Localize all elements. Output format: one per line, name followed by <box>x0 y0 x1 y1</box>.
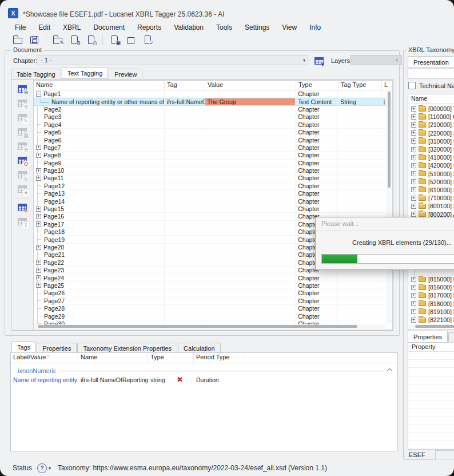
add-cell-tag-button[interactable]: ⊕ <box>15 140 30 153</box>
tab-text-tagging[interactable]: Text Tagging <box>62 67 109 79</box>
scrollbar-thumb[interactable] <box>38 325 357 328</box>
taxonomy-search-input[interactable] <box>408 69 454 78</box>
expand-toggle-icon[interactable]: + <box>411 163 416 168</box>
table-filter-button[interactable]: ▼ <box>312 53 326 68</box>
page-row[interactable]: Page12Chapter <box>34 183 386 190</box>
taxonomy-tree-header[interactable]: Name <box>408 94 454 104</box>
tab-esef[interactable]: ESEF <box>404 450 436 460</box>
menu-xbrl[interactable]: XBRL <box>57 23 87 33</box>
page-row[interactable]: Page3Chapter <box>34 113 386 121</box>
expand-toggle-icon[interactable]: + <box>36 245 41 250</box>
expand-toggle-icon[interactable]: + <box>411 106 416 112</box>
page-row[interactable]: Page2Chapter <box>34 106 386 113</box>
menu-document[interactable]: Document <box>87 23 131 33</box>
taxonomy-node[interactable]: +[817000] N <box>408 291 454 299</box>
taxonomy-node[interactable]: +[320000] St <box>408 145 454 153</box>
document-settings-button[interactable]: ⚙ <box>67 33 82 47</box>
expand-toggle-icon[interactable]: + <box>411 171 416 176</box>
column-header-name[interactable]: Name <box>78 353 148 363</box>
taxonomy-node[interactable]: +[800100] S <box>408 202 454 210</box>
column-header-period-type[interactable]: Period Type <box>194 353 245 363</box>
taxonomy-node[interactable]: +[815000] N <box>408 275 454 283</box>
page-row[interactable]: Page6Chapter <box>34 136 386 144</box>
expand-toggle-icon[interactable]: + <box>411 212 416 217</box>
export-document-button[interactable]: ▣ <box>107 33 122 47</box>
page-row[interactable]: +Page11Chapter <box>34 174 386 182</box>
taxonomy-node[interactable]: +[210000] St <box>408 121 454 129</box>
layers-select[interactable]: ▾ <box>351 55 402 65</box>
taxonomy-node[interactable]: +[220000] St <box>408 129 454 137</box>
expand-toggle-icon[interactable]: + <box>411 130 416 136</box>
menu-view[interactable]: View <box>276 23 303 33</box>
add-table-tag-button[interactable]: ⊕ <box>15 83 30 96</box>
tab-tags[interactable]: Tags <box>11 341 36 353</box>
tab-table-tagging[interactable]: Table Tagging <box>11 69 61 80</box>
page-row[interactable]: Page14Chapter <box>34 197 386 205</box>
taxonomy-node[interactable]: +[520000] St <box>408 178 454 186</box>
taxonomy-node[interactable]: +[816000] N <box>408 283 454 291</box>
edit-tag-button[interactable]: ✎ <box>15 112 30 124</box>
open-file-button[interactable] <box>10 33 25 47</box>
page-row[interactable]: Page26Chapter <box>34 289 386 297</box>
expand-toggle-icon[interactable]: + <box>411 138 416 144</box>
taxonomy-node[interactable]: +[819100] N <box>408 308 454 316</box>
property-column-header[interactable]: Property <box>408 343 454 352</box>
expand-toggle-icon[interactable]: + <box>36 283 41 288</box>
menu-file[interactable]: File <box>9 23 32 33</box>
expand-toggle-icon[interactable]: + <box>36 221 41 227</box>
tag-detail-row[interactable]: Name of reporting entity o... ifrs-full:… <box>11 375 397 384</box>
table-layout-button[interactable]: ▦ <box>15 126 30 138</box>
expand-toggle-icon[interactable]: + <box>411 204 416 209</box>
page-row[interactable]: Page13Chapter <box>34 190 386 197</box>
tag-label-link[interactable]: Name of reporting entity o... <box>11 376 78 383</box>
taxonomy-node[interactable]: +[818000] N <box>408 300 454 308</box>
menu-info[interactable]: Info <box>303 23 327 33</box>
menu-settings[interactable]: Settings <box>238 23 276 33</box>
help-icon[interactable]: ? <box>37 463 47 473</box>
vertical-scrollbar[interactable] <box>387 90 392 324</box>
expand-toggle-icon[interactable]: + <box>411 179 416 184</box>
column-header-blank[interactable] <box>174 353 194 363</box>
taxonomy-node[interactable]: +[410000] St <box>408 153 454 161</box>
tag-row[interactable]: Name of reporting entity or other means … <box>34 98 386 105</box>
expand-toggle-icon[interactable]: + <box>36 275 41 280</box>
taxonomy-node[interactable]: +[710000] St <box>408 194 454 202</box>
expand-toggle-icon[interactable]: + <box>36 260 41 265</box>
expand-toggle-icon[interactable]: + <box>36 214 41 219</box>
page-row[interactable]: Page4Chapter <box>34 121 386 129</box>
expand-toggle-icon[interactable]: + <box>411 196 416 201</box>
row-height-button[interactable]: ⇕ <box>15 216 30 228</box>
taxonomy-node[interactable]: +[000000] Ta <box>408 105 454 113</box>
expand-toggle-icon[interactable]: + <box>36 145 41 150</box>
page-row[interactable]: +Page7Chapter <box>34 144 386 152</box>
expand-toggle-icon[interactable]: + <box>36 176 41 181</box>
taxonomy-node[interactable]: +[420000] St <box>408 161 454 169</box>
expand-toggle-icon[interactable]: + <box>411 277 416 282</box>
page-row[interactable]: Page5Chapter <box>34 129 386 136</box>
page-row[interactable]: +Page8Chapter <box>34 152 386 159</box>
column-header-l[interactable]: L <box>382 81 392 90</box>
column-header-type[interactable]: Type <box>296 81 338 90</box>
page-row[interactable]: +Page25Chapter <box>34 282 386 289</box>
scrollbar-thumb[interactable] <box>388 92 391 188</box>
column-header-tag[interactable]: Tag <box>165 81 205 90</box>
column-header-label-value[interactable]: Label/Value^ <box>11 353 78 363</box>
taxonomy-node[interactable]: +[610000] St <box>408 186 454 194</box>
expand-toggle-icon[interactable]: + <box>411 301 416 306</box>
tab-preview[interactable]: Preview <box>109 69 142 80</box>
page-row[interactable]: Page27Chapter <box>34 298 386 305</box>
page-row[interactable]: Page9Chapter <box>34 160 386 167</box>
chapter-select[interactable]: - 1 - ▾ <box>37 55 309 65</box>
page-row[interactable]: Page30Chapter <box>34 320 386 324</box>
expand-toggle-icon[interactable]: + <box>411 285 416 290</box>
validate-document-button[interactable]: ✓ <box>140 33 155 47</box>
menu-edit[interactable]: Edit <box>32 23 57 33</box>
page-row[interactable]: Page28Chapter <box>34 305 386 312</box>
expand-toggle-icon[interactable]: + <box>411 318 416 323</box>
expand-toggle-icon[interactable]: + <box>411 155 416 160</box>
save-file-button[interactable] <box>27 33 42 47</box>
page-row[interactable]: −Page1Chapter <box>34 90 386 98</box>
add-tag-disabled-button[interactable]: ⊕ <box>15 97 30 110</box>
tag-options-button[interactable]: ◎ <box>15 169 30 181</box>
scrollbar-thumb[interactable] <box>415 325 454 328</box>
